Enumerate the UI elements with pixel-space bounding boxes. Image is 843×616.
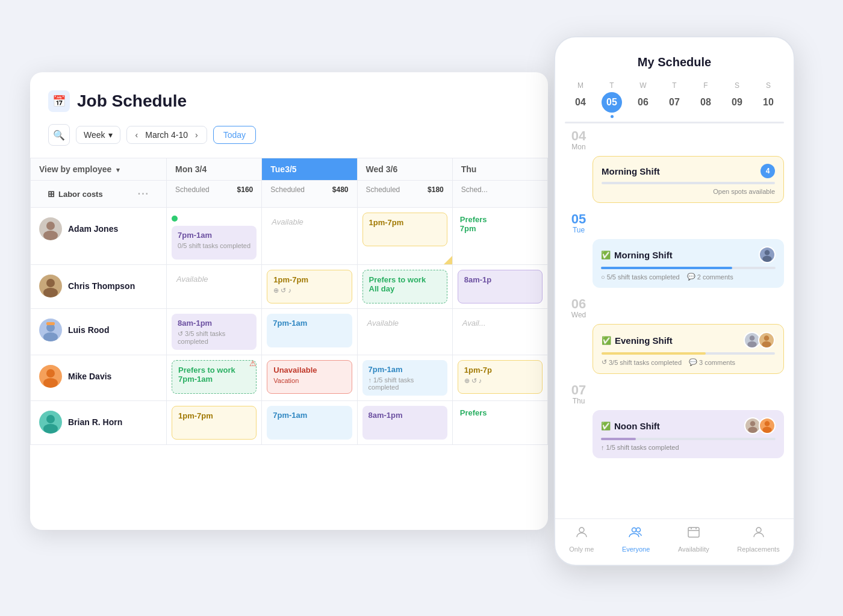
shift-block[interactable]: 8am-1pm ↺ 3/5 shift tasks completed (172, 314, 257, 350)
table-row: Chris Thompson Available 1pm-7pm ⊕ ↺ ♪ P… (31, 265, 548, 309)
shift-block[interactable]: 1pm-7pm (362, 213, 447, 246)
day-name-04: Mon (571, 143, 585, 151)
svg-point-5 (43, 332, 58, 341)
shift-block[interactable]: Unavailable Vacation (267, 360, 352, 394)
tasks-meta: ↺ 3/5 shift tasks completed (602, 358, 682, 366)
chris-tue[interactable]: 1pm-7pm ⊕ ↺ ♪ (262, 265, 357, 309)
mike-tue[interactable]: Unavailable Vacation (262, 355, 357, 401)
luis-mon[interactable]: 8am-1pm ↺ 3/5 shift tasks completed (167, 309, 262, 355)
shift-block[interactable]: 1pm-7pm ⊕ ↺ ♪ (267, 270, 352, 303)
day-section-07: 07 Thu ✅ Noon Shift (565, 384, 784, 458)
chris-thu[interactable]: 8am-1p (452, 265, 547, 309)
adam-mon[interactable]: 7pm-1am 0/5 shift tasks completed (167, 208, 262, 265)
employee-mike: Mike Davis (31, 355, 167, 401)
svg-point-8 (43, 378, 58, 388)
shift-card-header: Morning Shift 4 (602, 164, 775, 178)
tue-label: Tue3/5 (270, 164, 296, 174)
day-col-t2: T 07 (664, 81, 685, 118)
shift-block[interactable]: 7pm-1am (267, 406, 352, 440)
day-section-header-05: 05 Tue (565, 213, 784, 234)
day-col-f: F 08 (695, 81, 716, 118)
shift-block[interactable]: 7pm-1am (267, 314, 352, 347)
brian-wed[interactable]: 8am-1pm (357, 401, 452, 445)
shift-card-evening-06[interactable]: ✅ Evening Shift (593, 324, 784, 374)
today-button[interactable]: Today (213, 126, 256, 144)
day-number-04[interactable]: 04 (570, 92, 591, 113)
shift-time: 1pm-7p (464, 366, 536, 375)
shift-block[interactable]: 7pm-1am ↑ 1/5 shift tasks completed (362, 360, 447, 396)
comments-meta: 💬 3 comments (689, 358, 735, 366)
table-row: Mike Davis Prefers to work7pm-1am ⚠ Unav… (31, 355, 548, 401)
avatar-brian (39, 411, 62, 434)
brian-tue[interactable]: 7pm-1am (262, 401, 357, 445)
nav-item-replacements[interactable]: Replacements (737, 525, 779, 553)
brian-mon[interactable]: 1pm-7pm (167, 401, 262, 445)
search-button[interactable]: 🔍 (48, 124, 70, 146)
brian-thu[interactable]: Prefers (452, 401, 547, 445)
day-number-07[interactable]: 07 (664, 92, 685, 113)
day-col-t1: T 05 (602, 81, 622, 118)
date-range-label: March 4-10 (143, 130, 190, 140)
svg-point-9 (46, 415, 55, 423)
shift-time: 1pm-7pm (369, 218, 441, 227)
col-thu: Thu (452, 158, 547, 181)
shift-block[interactable]: 8am-1pm (362, 406, 447, 440)
day-number-06[interactable]: 06 (633, 92, 653, 113)
labor-mon: Scheduled $160 (167, 181, 262, 208)
nav-item-only-me[interactable]: Only me (569, 525, 594, 553)
svg-point-2 (46, 279, 55, 287)
labor-row: ⊞ Labor costs ··· Scheduled $160 Schedul… (31, 181, 548, 208)
shift-block[interactable]: Prefers to workAll day (362, 270, 447, 303)
toolbar: 🔍 Week ▾ ‹ March 4-10 › Today (30, 124, 548, 158)
week-selector[interactable]: Week ▾ (76, 126, 120, 144)
day-number-08[interactable]: 08 (695, 92, 716, 113)
shift-badge: 4 (761, 164, 775, 178)
day-col-w: W 06 (633, 81, 653, 118)
scheduled-label-tue: Scheduled (270, 185, 305, 194)
scheduled-label-mon: Scheduled (175, 185, 210, 194)
nav-item-everyone[interactable]: Everyone (622, 525, 650, 553)
shift-block[interactable]: 7pm-1am 0/5 shift tasks completed (172, 226, 257, 260)
svg-point-25 (756, 527, 761, 532)
schedule-list: 04 Mon Morning Shift 4 Open spots availa… (555, 123, 794, 518)
adam-thu[interactable]: Prefers7pm (452, 208, 547, 265)
day-number-10[interactable]: 10 (758, 92, 779, 113)
mike-thu[interactable]: 1pm-7p ⊕ ↺ ♪ (452, 355, 547, 401)
yellow-check-icon: ✅ (602, 336, 611, 345)
scheduled-label-thu: Sched... (461, 185, 488, 194)
shift-time: Unavailable (273, 366, 345, 375)
adam-wed[interactable]: 1pm-7pm (357, 208, 452, 265)
day-number-05[interactable]: 05 (602, 92, 622, 113)
chris-wed[interactable]: Prefers to workAll day (357, 265, 452, 309)
shift-card-noon-07[interactable]: ✅ Noon Shift (593, 410, 784, 458)
comments-icon: 💬 (687, 273, 695, 281)
labor-options-button[interactable]: ··· (138, 188, 149, 199)
svg-point-11 (765, 250, 770, 255)
availability-icon (686, 525, 701, 543)
avatar-1 (759, 246, 776, 263)
prev-week-button[interactable]: ‹ (133, 129, 141, 141)
tasks-icon: ↑ (601, 444, 605, 451)
svg-rect-24 (688, 527, 699, 537)
day-number-09[interactable]: 09 (727, 92, 747, 113)
col-mon: Mon 3/4 (167, 158, 262, 181)
nav-item-availability[interactable]: Availability (678, 525, 709, 553)
svg-point-7 (46, 369, 55, 378)
next-week-button[interactable]: › (193, 129, 201, 141)
avatar-2 (758, 332, 775, 349)
mike-wed[interactable]: 7pm-1am ↑ 1/5 shift tasks completed (357, 355, 452, 401)
shift-time: 7pm-1am (273, 411, 346, 420)
shift-block[interactable]: Prefers to work7pm-1am (172, 360, 257, 394)
mike-mon[interactable]: Prefers to work7pm-1am ⚠ (167, 355, 262, 401)
shift-block[interactable]: 8am-1p (458, 270, 543, 303)
luis-tue[interactable]: 7pm-1am (262, 309, 357, 355)
shift-block[interactable]: 1pm-7p ⊕ ↺ ♪ (458, 360, 543, 394)
shift-time: 8am-1pm (178, 319, 250, 328)
day-section-04: 04 Mon Morning Shift 4 Open spots availa… (565, 129, 784, 203)
shift-card-morning-05[interactable]: ✅ Morning Shift ○ 5/5 shift task (593, 239, 784, 288)
page-title: Job Schedule (77, 92, 187, 111)
shift-block[interactable]: 1pm-7pm (172, 406, 257, 440)
shift-time: 7pm-1am (178, 231, 250, 240)
shift-card-morning-04[interactable]: Morning Shift 4 Open spots available (593, 156, 784, 203)
thu-label: Thu (461, 164, 477, 174)
